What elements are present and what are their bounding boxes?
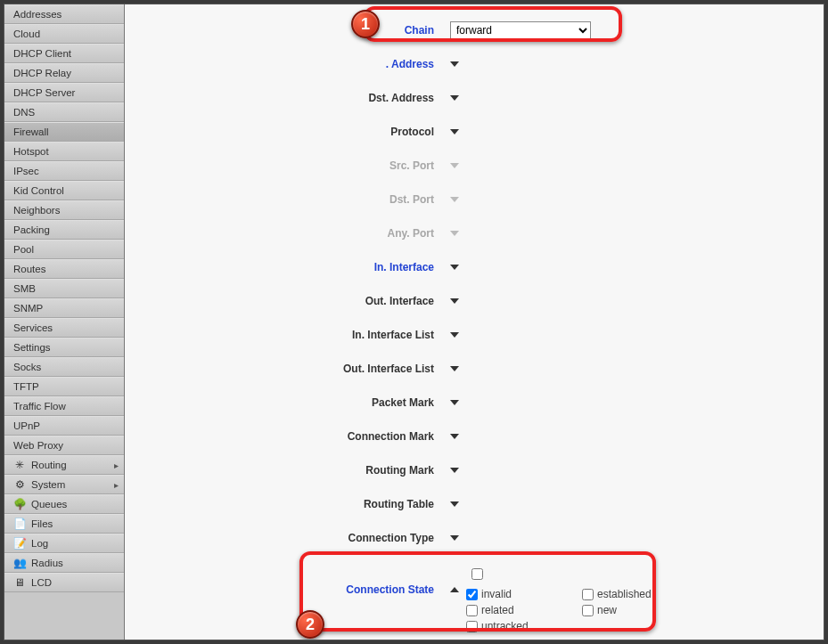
sidebar-item-files[interactable]: 📄Files <box>4 514 124 534</box>
sidebar-item-label: Hotspot <box>13 146 49 157</box>
expand-icon[interactable] <box>450 434 459 439</box>
sidebar-item-upnp[interactable]: UPnP <box>4 416 124 436</box>
sidebar-item-firewall[interactable]: Firewall <box>4 122 124 142</box>
row-routing_table: Routing Table <box>134 487 815 521</box>
sidebar-item-socks[interactable]: Socks <box>4 357 124 377</box>
checkbox-label: established <box>597 588 652 600</box>
sidebar-item-web-proxy[interactable]: Web Proxy <box>4 436 124 455</box>
expand-icon[interactable] <box>450 535 459 541</box>
label-dst_port: Dst. Port <box>134 193 450 206</box>
sidebar-item-settings[interactable]: Settings <box>4 338 124 357</box>
sidebar-item-services[interactable]: Services <box>4 318 124 338</box>
sidebar-item-tftp[interactable]: TFTP <box>4 377 124 396</box>
sidebar-item-hotspot[interactable]: Hotspot <box>4 142 124 161</box>
sidebar-item-label: IPsec <box>13 166 39 176</box>
checkbox-input-established[interactable] <box>582 589 594 600</box>
checkbox-new[interactable]: new <box>582 604 680 616</box>
expand-icon[interactable] <box>450 61 459 67</box>
expand-icon[interactable] <box>450 366 459 371</box>
sidebar-item-label: Traffic Flow <box>13 401 66 412</box>
expand-icon[interactable] <box>450 95 459 101</box>
sidebar-item-label: DHCP Client <box>13 48 71 59</box>
sidebar-item-dns[interactable]: DNS <box>4 102 124 122</box>
system-icon: ⚙ <box>13 478 26 491</box>
sidebar-item-system[interactable]: ⚙System▸ <box>4 475 124 494</box>
checkbox-input-invalid[interactable] <box>466 589 478 600</box>
sidebar-item-addresses[interactable]: Addresses <box>4 4 124 24</box>
label-any_port: Any. Port <box>134 227 450 240</box>
checkbox-input-new[interactable] <box>582 605 594 616</box>
expand-icon[interactable] <box>450 129 459 135</box>
sidebar-item-packing[interactable]: Packing <box>4 220 124 240</box>
sidebar-item-traffic-flow[interactable]: Traffic Flow <box>4 396 124 416</box>
sidebar-item-label: Services <box>13 322 53 333</box>
expand-icon[interactable] <box>450 468 459 473</box>
sidebar-item-label: Files <box>31 518 53 529</box>
checkbox-established[interactable]: established <box>582 588 680 600</box>
sidebar-item-smb[interactable]: SMB <box>4 279 124 298</box>
label-connection-state: Connection State <box>134 566 450 596</box>
sidebar-item-dhcp-client[interactable]: DHCP Client <box>4 44 124 63</box>
checkbox-untracked[interactable]: untracked <box>466 620 564 632</box>
row-routing_mark: Routing Mark <box>134 453 815 487</box>
expand-icon[interactable] <box>450 501 459 507</box>
checkbox-negate[interactable] <box>471 568 483 580</box>
sidebar-item-label: DHCP Relay <box>13 68 71 78</box>
row-out_interface: Out. Interface <box>134 284 815 318</box>
sidebar-item-label: Socks <box>13 362 41 372</box>
collapse-icon[interactable] <box>450 587 459 592</box>
sidebar-item-label: Neighbors <box>13 205 60 216</box>
sidebar-item-label: SNMP <box>13 303 43 314</box>
sidebar-item-label: Routing <box>31 460 67 470</box>
sidebar-item-pool[interactable]: Pool <box>4 240 124 259</box>
radius-icon: 👥 <box>13 557 26 569</box>
label-dst_address: Dst. Address <box>134 92 450 104</box>
sidebar-item-lcd[interactable]: 🖥LCD <box>4 573 124 592</box>
sidebar-item-label: Firewall <box>13 126 49 137</box>
row-src_port: Src. Port <box>134 149 815 183</box>
sidebar-item-label: DNS <box>13 107 35 118</box>
submenu-arrow-icon: ▸ <box>114 480 119 490</box>
row-protocol: Protocol <box>134 115 815 149</box>
row-chain: Chainforward <box>134 13 815 47</box>
row-connection_mark: Connection Mark <box>134 420 815 453</box>
sidebar-item-snmp[interactable]: SNMP <box>4 298 124 318</box>
row-src_address: . Address <box>134 47 815 81</box>
row-connection_type: Connection Type <box>134 521 815 555</box>
checkbox-label: related <box>481 604 514 616</box>
expand-icon[interactable] <box>450 400 459 405</box>
label-connection_type: Connection Type <box>134 532 450 544</box>
sidebar-item-log[interactable]: 📝Log <box>4 534 124 553</box>
sidebar-item-label: Cloud <box>13 29 40 39</box>
routing-icon: ✳ <box>13 459 26 471</box>
expand-icon[interactable] <box>450 298 459 304</box>
checkbox-input-related[interactable] <box>466 605 478 616</box>
sidebar-item-radius[interactable]: 👥Radius <box>4 553 124 573</box>
label-packet_mark: Packet Mark <box>134 396 450 409</box>
sidebar-item-queues[interactable]: 🌳Queues <box>4 494 124 514</box>
sidebar-item-neighbors[interactable]: Neighbors <box>4 200 124 220</box>
sidebar-item-cloud[interactable]: Cloud <box>4 24 124 44</box>
row-in_interface_list: In. Interface List <box>134 318 815 352</box>
sidebar-item-label: UPnP <box>13 420 40 431</box>
sidebar-item-ipsec[interactable]: IPsec <box>4 161 124 181</box>
checkbox-input-untracked[interactable] <box>466 621 478 632</box>
sidebar-item-dhcp-server[interactable]: DHCP Server <box>4 83 124 102</box>
sidebar-item-label: Packing <box>13 224 50 235</box>
sidebar-item-kid-control[interactable]: Kid Control <box>4 181 124 200</box>
checkbox-invalid[interactable]: invalid <box>466 588 564 600</box>
sidebar-item-dhcp-relay[interactable]: DHCP Relay <box>4 63 124 83</box>
select-chain[interactable]: forward <box>450 21 591 39</box>
checkbox-related[interactable]: related <box>466 604 564 616</box>
expand-icon[interactable] <box>450 265 459 270</box>
sidebar-item-label: LCD <box>31 577 52 588</box>
sidebar-item-routes[interactable]: Routes <box>4 259 124 279</box>
checkbox-label: new <box>597 604 617 616</box>
sidebar-item-label: Addresses <box>13 9 61 20</box>
expand-icon[interactable] <box>450 332 459 338</box>
sidebar-item-label: Settings <box>13 342 51 353</box>
sidebar-item-routing[interactable]: ✳Routing▸ <box>4 455 124 475</box>
sidebar-item-label: Routes <box>13 264 45 274</box>
label-chain: Chain <box>134 24 450 37</box>
sidebar-item-label: Pool <box>13 244 34 255</box>
